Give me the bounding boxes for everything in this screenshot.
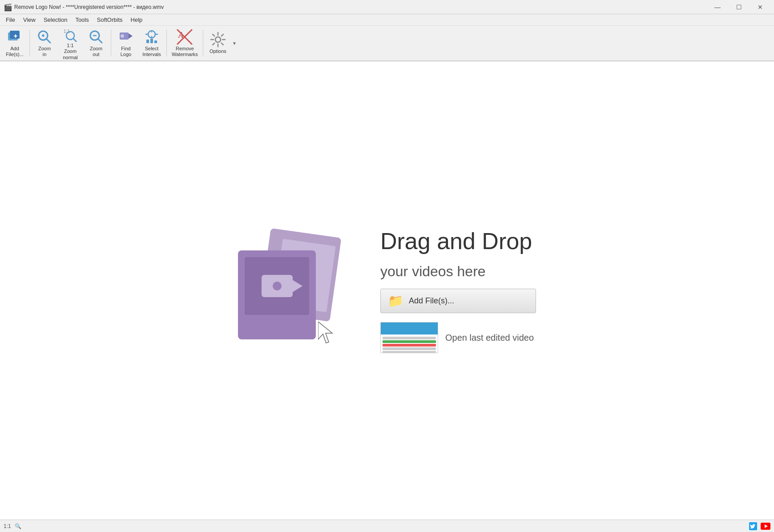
toolbar-scroll-right[interactable]: ▼ xyxy=(231,27,238,59)
menu-view[interactable]: View xyxy=(19,15,40,25)
options-icon xyxy=(210,32,226,48)
open-last-video-row[interactable]: Open last edited video xyxy=(380,322,536,353)
drop-zone: Drag and Drop your videos here 📁 Add Fil… xyxy=(238,228,536,353)
add-files-label: AddFile(s)... xyxy=(6,46,24,57)
drop-content: Drag and Drop your videos here 📁 Add Fil… xyxy=(380,228,536,353)
thumb-row-5 xyxy=(383,351,436,353)
add-files-button[interactable]: 📁 Add File(s)... xyxy=(380,289,536,313)
title-controls: — ☐ ✕ xyxy=(707,0,770,14)
toolbar-select-intervals[interactable]: SelectIntervals xyxy=(139,27,165,59)
zoom-in-icon xyxy=(36,29,52,45)
folder-icon: 📁 xyxy=(388,294,403,308)
menu-bar: File View Selection Tools SoftOrbits Hel… xyxy=(0,14,774,26)
menu-file[interactable]: File xyxy=(2,15,19,25)
toolbar-find-logo[interactable]: FindLogo xyxy=(113,27,139,59)
main-content: Drag and Drop your videos here 📁 Add Fil… xyxy=(0,61,774,520)
toolbar-zoom-normal[interactable]: 1:1 1:1Zoomnormal xyxy=(57,27,83,59)
add-files-button-label: Add File(s)... xyxy=(409,296,454,306)
svg-rect-21 xyxy=(150,39,153,43)
title-bar: 🎬 Remove Logo Now! - ****Unregistered ve… xyxy=(0,0,774,14)
zoom-normal-label: 1:1Zoomnormal xyxy=(63,43,78,60)
svg-rect-20 xyxy=(146,40,149,43)
zoom-in-label: Zoomin xyxy=(38,46,51,57)
menu-tools[interactable]: Tools xyxy=(71,15,93,25)
zoom-normal-icon: 1:1 xyxy=(62,26,78,42)
zoom-ratio-label: 1:1 xyxy=(4,523,11,529)
toolbar-sep-4 xyxy=(203,30,203,56)
svg-line-11 xyxy=(98,39,102,43)
drag-drop-title: Drag and Drop xyxy=(380,228,536,254)
youtube-icon[interactable] xyxy=(761,521,770,531)
select-intervals-icon xyxy=(144,29,160,45)
toolbar-zoom-out[interactable]: Zoomout xyxy=(83,27,109,59)
camera-play-arrow xyxy=(291,279,302,293)
svg-rect-1 xyxy=(10,31,20,39)
thumb-row-1 xyxy=(383,337,436,339)
status-bar: 1:1 🔍 xyxy=(0,520,774,532)
thumb-rows xyxy=(381,335,438,353)
add-files-icon xyxy=(7,29,23,45)
minimize-button[interactable]: — xyxy=(707,0,728,14)
thumbnail-preview xyxy=(380,322,438,353)
menu-selection[interactable]: Selection xyxy=(40,15,71,25)
toolbar-add-files[interactable]: AddFile(s)... xyxy=(2,27,28,59)
remove-watermarks-icon: A xyxy=(177,29,193,45)
find-logo-icon xyxy=(118,29,134,45)
svg-point-14 xyxy=(121,34,124,38)
drag-drop-subtitle: your videos here xyxy=(380,263,536,280)
svg-point-26 xyxy=(215,37,221,42)
status-left: 1:1 🔍 xyxy=(4,523,21,529)
zoom-out-label: Zoomout xyxy=(90,46,102,57)
svg-line-5 xyxy=(46,39,50,43)
window-title: Remove Logo Now! - ****Unregistered vers… xyxy=(14,4,164,10)
zoom-ratio-icon: 🔍 xyxy=(15,523,21,529)
toolbar-zoom-in[interactable]: Zoomin xyxy=(32,27,57,59)
open-last-label: Open last edited video xyxy=(445,333,534,343)
svg-marker-13 xyxy=(129,33,133,39)
toolbar-sep-2 xyxy=(111,30,111,56)
camera-body xyxy=(262,275,293,297)
maximize-button[interactable]: ☐ xyxy=(729,0,749,14)
thumb-row-3 xyxy=(383,344,436,347)
twitter-icon[interactable] xyxy=(748,521,758,531)
zoom-out-icon xyxy=(88,29,104,45)
camera-lens xyxy=(271,280,283,292)
options-label: Options xyxy=(210,48,226,54)
toolbar-remove-watermarks[interactable]: A RemoveWatermarks xyxy=(169,27,201,59)
video-card-front xyxy=(238,250,316,339)
video-illustration xyxy=(238,233,345,348)
toolbar-sep-3 xyxy=(166,30,167,56)
svg-marker-27 xyxy=(318,322,332,343)
thumb-row-2 xyxy=(383,340,436,343)
toolbar-options[interactable]: Options xyxy=(205,27,231,59)
select-intervals-label: SelectIntervals xyxy=(142,46,161,57)
app-icon: 🎬 xyxy=(4,3,12,11)
svg-line-8 xyxy=(73,39,77,42)
toolbar-sep-1 xyxy=(29,30,30,56)
video-card-front-inner xyxy=(245,257,309,315)
close-button[interactable]: ✕ xyxy=(750,0,770,14)
svg-rect-22 xyxy=(154,40,157,43)
toolbar: AddFile(s)... Zoomin 1:1 1:1Zoomnormal xyxy=(0,26,774,61)
remove-watermarks-label: RemoveWatermarks xyxy=(172,46,198,57)
find-logo-label: FindLogo xyxy=(121,46,131,57)
menu-softorbits[interactable]: SoftOrbits xyxy=(93,15,127,25)
title-bar-left: 🎬 Remove Logo Now! - ****Unregistered ve… xyxy=(4,3,164,11)
thumb-row-4 xyxy=(383,347,436,350)
menu-help[interactable]: Help xyxy=(127,15,147,25)
status-right xyxy=(748,521,770,531)
cursor-arrow xyxy=(318,322,336,344)
